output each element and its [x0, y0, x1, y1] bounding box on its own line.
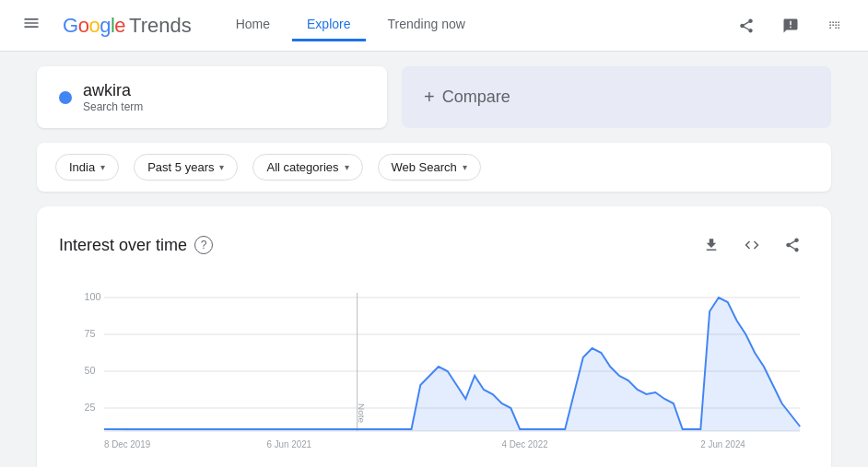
search-term-type: Search term [83, 100, 143, 113]
embed-chart-button[interactable] [735, 228, 768, 262]
region-label: India [69, 160, 95, 174]
svg-text:Note: Note [357, 403, 367, 424]
share-button[interactable] [728, 7, 765, 44]
chart-area: 100 75 50 25 Note 8 Dec 2019 6 Jun 2021 … [59, 284, 809, 467]
apps-button[interactable] [816, 7, 853, 44]
search-term-info: awkira Search term [83, 81, 143, 113]
time-chevron: ▾ [219, 162, 224, 172]
main-content: awkira Search term + Compare India ▾ Pas… [0, 52, 868, 467]
search-type-label: Web Search [392, 160, 457, 174]
category-chevron: ▾ [345, 162, 349, 172]
search-type-chevron: ▾ [463, 162, 467, 172]
feedback-button[interactable] [772, 7, 809, 44]
filters-bar: India ▾ Past 5 years ▾ All categories ▾ … [37, 143, 831, 192]
category-label: All categories [266, 160, 338, 174]
search-type-filter[interactable]: Web Search ▾ [378, 154, 481, 181]
chart-title: Interest over time [59, 236, 187, 255]
nav-trending[interactable]: Trending now [373, 9, 480, 41]
top-navigation: Google Trends Home Explore Trending now [0, 0, 868, 52]
compare-label: Compare [442, 88, 510, 107]
search-term-text: awkira [83, 81, 143, 100]
category-filter[interactable]: All categories ▾ [252, 154, 362, 181]
nav-icons [728, 7, 853, 44]
download-chart-button[interactable] [695, 228, 728, 262]
time-label: Past 5 years [147, 160, 214, 174]
chart-title-row: Interest over time ? [59, 236, 213, 255]
svg-text:2 Jun 2024: 2 Jun 2024 [700, 439, 745, 449]
svg-text:8 Dec 2019: 8 Dec 2019 [104, 439, 151, 449]
interest-over-time-card: Interest over time ? [37, 206, 831, 467]
search-term-card: awkira Search term [37, 66, 387, 128]
svg-text:6 Jun 2021: 6 Jun 2021 [267, 439, 312, 449]
nav-explore[interactable]: Explore [292, 9, 365, 41]
search-compare-row: awkira Search term + Compare [37, 66, 831, 128]
svg-text:25: 25 [84, 402, 95, 413]
chart-svg: 100 75 50 25 Note 8 Dec 2019 6 Jun 2021 … [59, 284, 809, 467]
time-filter[interactable]: Past 5 years ▾ [134, 154, 238, 181]
region-chevron: ▾ [100, 162, 105, 172]
menu-icon[interactable] [15, 6, 48, 44]
svg-text:4 Dec 2022: 4 Dec 2022 [502, 439, 548, 449]
svg-text:100: 100 [84, 291, 100, 302]
share-chart-button[interactable] [776, 228, 809, 262]
svg-text:75: 75 [84, 328, 95, 339]
nav-links: Home Explore Trending now [221, 9, 713, 41]
region-filter[interactable]: India ▾ [55, 154, 119, 181]
help-icon[interactable]: ? [194, 236, 213, 254]
chart-header: Interest over time ? [59, 228, 809, 262]
search-dot [59, 91, 72, 104]
chart-actions [695, 228, 809, 262]
chart-fill [104, 298, 800, 431]
google-trends-logo[interactable]: Google Trends [63, 14, 192, 38]
compare-card[interactable]: + Compare [402, 66, 831, 128]
svg-text:50: 50 [84, 365, 95, 376]
compare-plus-icon: + [424, 87, 435, 108]
nav-home[interactable]: Home [221, 9, 285, 41]
